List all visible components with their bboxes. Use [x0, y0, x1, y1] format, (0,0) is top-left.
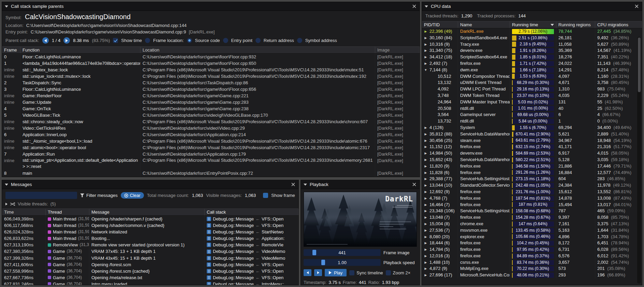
collapse-icon[interactable]	[425, 5, 428, 8]
cpu-titlebar[interactable]: CPU data	[422, 2, 642, 11]
process-row[interactable]: ▶ 16,464 (7) firefox.exe 187 ms (0.81%) …	[422, 202, 642, 208]
callstack-row[interactable]: 6 Application::InnerLoop C:\Users\wolf\D…	[2, 131, 420, 138]
callstack-row[interactable]: 1 <lambda_84a19dc444fae966ca174e83e708bd…	[2, 60, 420, 67]
callstack-row[interactable]: 4 Game::OnTick C:\Users\wolf\Desktop\dar…	[2, 105, 420, 112]
process-row[interactable]: ▶ 35,812 (88) ServiceHub.DataWarehouseHo…	[422, 131, 642, 138]
callstack-cell[interactable]: DebugLog::Message ← VFS::Open	[205, 268, 298, 274]
callstack-titlebar[interactable]: Call stack sample parents	[2, 2, 420, 11]
process-row[interactable]: 3,748 DWM Token Thread 23.37 ms (0.10%) …	[422, 92, 642, 99]
process-row[interactable]: ▶ 10,316 (9) Tracy.exe 2.18 s (9.45%) 11…	[422, 41, 642, 48]
callstack-cell[interactable]: DebugLog::Message ← VFS::Open	[205, 216, 298, 222]
callstack-row[interactable]: inline Video::GetTicksHiRes C:\Users\wol…	[2, 125, 420, 131]
message-row[interactable]: 606,117,568ns Main thread (31,596) Openi…	[2, 222, 298, 229]
expand-icon[interactable]: ▶	[424, 221, 427, 227]
col-cpu-migrations[interactable]: CPU migrations	[595, 21, 642, 28]
process-row[interactable]: 20,508 ntdll.dll 1.01 ms (0.00%) 40 25 (…	[422, 105, 642, 112]
callstack-row[interactable]: inline std::unique_ptr<Application,std::…	[2, 157, 420, 170]
process-row[interactable]: ▶ 4,768 (7) firefox.exe 187.54 ms (0.81%…	[422, 195, 642, 202]
message-row[interactable]: 626,024,328ns Main thread (31,596) Netwo…	[2, 229, 298, 235]
process-row[interactable]: ▶ 31,340 (75) devenv.exe 1.91 s (8.26%) …	[422, 47, 642, 54]
col-name[interactable]: Name	[458, 21, 510, 28]
expand-icon[interactable]: ▶	[424, 227, 427, 234]
callstack-cell[interactable]: DebugLog::Message ← StartNetwo	[205, 229, 298, 235]
process-row[interactable]: ▶ 12,016 (3) firefox.exe 84.89 ms (0.37%…	[422, 253, 642, 259]
expand-icon[interactable]: ▶	[424, 182, 427, 189]
process-row[interactable]: ▶ 27,696 (17) Microsoft.ServiceHub.Contr…	[422, 272, 642, 278]
process-row[interactable]: 13,132 uDWM Event Thread 68.29 ms (0.30%…	[422, 80, 642, 86]
message-row[interactable]: 627,831,246ns Game (36,704) Intro menu l…	[2, 281, 298, 285]
expand-icon[interactable]: ▶	[424, 60, 427, 67]
callstack-row[interactable]: inline Game::Update C:\Users\wolf\Deskto…	[2, 99, 420, 105]
process-row[interactable]: ▶ 15,652 (43) ServiceHub.DataWarehouseHo…	[422, 157, 642, 163]
process-row[interactable]: 4,092 DWM LPC Port Thread 29.16 ms (0.13…	[422, 86, 642, 92]
expand-icon[interactable]: ▶	[424, 202, 427, 208]
messages-titlebar[interactable]: Messages	[2, 180, 298, 189]
close-icon[interactable]	[291, 182, 296, 187]
process-row[interactable]: ▶ 29,388 (77) ServiceHub.SettingsHost.ex…	[422, 176, 642, 182]
process-row[interactable]: 3,564 GameInput server 69.68 us (0.00%) …	[422, 112, 642, 118]
col-running-regions[interactable]: Running regions	[556, 21, 595, 28]
expand-icon[interactable]: ▶	[424, 195, 427, 202]
frame-location-radio[interactable]	[145, 38, 150, 43]
callstack-cell[interactable]: DebugLog::Message ← RemoteVie	[205, 242, 298, 248]
callstack-row[interactable]: 0 Floor::CalcLightNoLuminance C:\Users\w…	[2, 54, 420, 60]
process-row[interactable]: ▶ 12,692 (9) firefox.exe 231.76 ms (1.00…	[422, 189, 642, 195]
zoom-2x-checkbox[interactable]	[386, 270, 391, 275]
col-pid-tid[interactable]: PID/TID	[422, 21, 458, 28]
expand-icon[interactable]: ▶	[424, 170, 427, 176]
next-parent-button[interactable]	[63, 37, 70, 44]
clear-button[interactable]: Clear	[121, 192, 144, 199]
message-row[interactable]: 627,399,326ns Game (36,704) VRAM 43x45: …	[2, 255, 298, 261]
callstack-row[interactable]: 8 main C:\Users\wolf\Desktop\darkrl\src\…	[2, 170, 420, 176]
process-row[interactable]: ▶ 30,456 (25) steam.exe 643.61 ms (2.79%…	[422, 138, 642, 144]
expand-icon[interactable]: ▶	[424, 272, 427, 278]
frame-image-slider[interactable]: 441	[304, 249, 381, 256]
expand-icon[interactable]: ▶	[424, 131, 427, 138]
process-row[interactable]: ▶ 18,444 (6) firefox.exe 104.2 ms (0.45%…	[422, 240, 642, 246]
expand-icon[interactable]: ▶	[424, 125, 427, 131]
callstack-cell[interactable]: DebugLog::Message ← VFS::Open	[205, 274, 298, 281]
expand-icon[interactable]: ▶	[424, 240, 427, 246]
callstack-row[interactable]: inline std::_Atomic_storage<bool,1>::loa…	[2, 138, 420, 144]
expand-icon[interactable]: ▶	[424, 259, 427, 266]
callstack-row[interactable]: 3 Floor::CalcLightNoLuminance C:\Users\w…	[2, 86, 420, 92]
callstack-row[interactable]: 7 Application::Run C:\Users\wolf\Desktop…	[2, 151, 420, 157]
callstack-row[interactable]: inline std::atomic<bool>::operator bool …	[2, 144, 420, 151]
process-row[interactable]: ▶ 4,872 (9) MsMpEng.exe 70.22 ms (0.30%)…	[422, 266, 642, 272]
collapse-icon[interactable]	[5, 184, 8, 186]
callstack-cell[interactable]: DebugLog::Message ← IntroMenu::	[205, 281, 298, 285]
callstack-row[interactable]: inline invoke_main d:\agent\_work\63\s\s…	[2, 176, 420, 177]
process-row[interactable]: ▶ 11,820 (9) firefox.exe 346.58 ms (1.50…	[422, 163, 642, 170]
message-row[interactable]: 627,667,736ns Game (36,704) Opening /met…	[2, 274, 298, 281]
message-row[interactable]: 606,049,398ns Main thread (31,596) Openi…	[2, 216, 298, 222]
callstack-cell[interactable]: DebugLog::Message ← VFS::Open	[205, 261, 298, 268]
radio-source-code[interactable]	[187, 38, 192, 43]
process-row[interactable]: ▼ 7,144 (8) dwm.exe 1.66 s (7.18%) 14,29…	[422, 67, 642, 73]
expand-icon[interactable]: ▶	[424, 214, 427, 221]
process-row[interactable]: ▶ 13,044 (10) StandardCollector.Service.…	[422, 182, 642, 189]
expand-icon[interactable]: ▶	[424, 138, 427, 144]
expand-icon[interactable]: ▼	[424, 67, 427, 73]
expand-icon[interactable]: ▶	[424, 35, 427, 41]
message-row[interactable]: 627,313,190ns RemoteView (31,392) Remote…	[2, 242, 298, 248]
expand-icon[interactable]: ▶	[424, 157, 427, 163]
next-frame-button[interactable]	[314, 269, 322, 276]
radio-symbol-address[interactable]	[297, 38, 302, 43]
callstack-row[interactable]: 2 TaskDispatch::Sync C:\Users\wolf\Deskt…	[2, 80, 420, 86]
expand-icon[interactable]: ▶	[424, 41, 427, 48]
expand-icon[interactable]: ▶	[424, 150, 427, 157]
process-row[interactable]: 24,964 DWM Master Input Thread 5.03 ms (…	[422, 99, 642, 105]
process-row[interactable]: ▶ 2,492 (7) firefox.exe 1.71 s (7.42%) 2…	[422, 60, 642, 67]
playback-speed-slider[interactable]: 1.00	[304, 259, 381, 266]
callstack-cell[interactable]: DebugLog::Message ← VideoMemo	[205, 255, 298, 261]
callstack-row[interactable]: 5 VideoGLBase::Tick C:\Users\wolf\Deskto…	[2, 112, 420, 118]
expand-icon[interactable]: ▶	[424, 189, 427, 195]
process-row[interactable]: ▶ 8,080 (20) explorer.exe 105.66 ms (0.4…	[422, 234, 642, 240]
process-row[interactable]: ▶ 11,828 (6) firefox.exe 291.26 ms (1.26…	[422, 170, 642, 176]
process-row[interactable]: ▶ 34,412 (18) ScriptedSandbox64.exe 1.85…	[422, 54, 642, 60]
process-row[interactable]: ▶ 30,160 (84) ScriptedSandbox64.exe 2.51…	[422, 35, 642, 41]
process-row[interactable]: ▶ 14,984 (50) devenv.exe 584.69 ms (2.53…	[422, 150, 642, 157]
process-row[interactable]: ▶ 13,048 (7) firefox.exe 154.28 ms (0.67…	[422, 214, 642, 221]
process-row[interactable]: ▶ 27,536 (7) msvsmon.exe 133.45 ms (0.58…	[422, 227, 642, 234]
callstack-row[interactable]: inline Game::RenderFloor C:\Users\wolf\D…	[2, 92, 420, 99]
